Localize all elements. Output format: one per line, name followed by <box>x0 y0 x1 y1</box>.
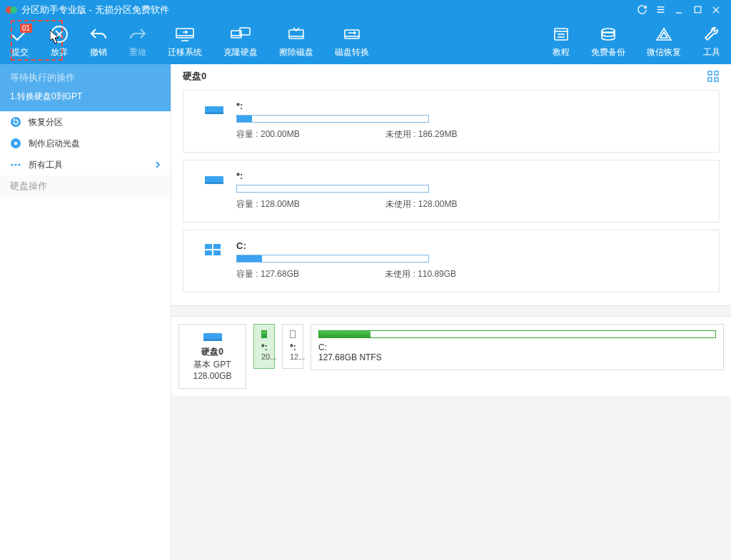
svg-rect-47 <box>203 339 222 341</box>
svg-rect-34 <box>708 71 712 75</box>
svg-rect-44 <box>205 250 212 255</box>
wipe-button[interactable]: 擦除磁盘 <box>268 19 324 64</box>
svg-point-28 <box>11 117 21 127</box>
wrench-icon <box>701 25 722 44</box>
usage-bar <box>236 185 429 193</box>
convert-icon <box>341 25 363 44</box>
svg-rect-6 <box>695 6 701 13</box>
svg-rect-37 <box>715 78 718 81</box>
backup-button[interactable]: 免费备份 <box>580 19 636 64</box>
layout-part-0[interactable]: *: 20... <box>253 324 275 369</box>
titlebar: 分区助手专业版 - 无损分区免费软件 <box>0 0 731 19</box>
dots-icon <box>10 159 21 170</box>
undo-icon <box>88 25 109 44</box>
svg-rect-43 <box>213 244 221 249</box>
backup-icon <box>598 25 619 44</box>
windows-icon <box>203 242 225 259</box>
menu-icon[interactable] <box>651 2 670 18</box>
layout-part-1[interactable]: *: 12... <box>282 324 303 369</box>
svg-point-32 <box>14 163 16 166</box>
close-icon[interactable] <box>707 2 725 18</box>
cancel-icon <box>49 25 70 44</box>
clone-button[interactable]: 克隆硬盘 <box>213 19 268 64</box>
sidebar-item-recover[interactable]: 恢复分区 <box>0 111 171 133</box>
svg-rect-36 <box>708 78 712 81</box>
svg-point-30 <box>14 142 17 145</box>
commit-badge: 01 <box>20 24 32 33</box>
disc-icon <box>10 138 21 149</box>
svg-rect-42 <box>205 244 212 249</box>
migrate-icon <box>174 25 196 44</box>
window-title: 分区助手专业版 - 无损分区免费软件 <box>21 4 632 16</box>
pending-item[interactable]: 1.转换硬盘0到GPT <box>10 91 161 103</box>
svg-rect-12 <box>176 29 193 38</box>
svg-rect-45 <box>213 250 221 255</box>
sidebar: 等待执行的操作 1.转换硬盘0到GPT 恢复分区 制作启动光盘 所有工具 硬盘操… <box>0 64 171 560</box>
main: 硬盘0 *: 容量 : 200.00MB 未使用 : 186.29MB *: <box>171 64 731 560</box>
svg-point-31 <box>11 163 13 166</box>
disk-panel: 硬盘0 *: 容量 : 200.00MB 未使用 : 186.29MB *: <box>171 64 731 306</box>
pending-title: 等待执行的操作 <box>10 71 161 84</box>
partition-card[interactable]: *: 容量 : 128.00MB 未使用 : 128.00MB <box>183 160 720 223</box>
migrate-button[interactable]: 迁移系统 <box>157 19 213 64</box>
triangle-icon <box>653 25 675 44</box>
clone-icon <box>230 25 251 44</box>
minimize-icon[interactable] <box>670 2 688 18</box>
chevron-right-icon <box>155 161 161 169</box>
usage-bar <box>236 115 429 123</box>
partition-name: *: <box>236 101 699 111</box>
convert-button[interactable]: 磁盘转换 <box>324 19 380 64</box>
pending-ops: 等待执行的操作 1.转换硬盘0到GPT <box>0 64 171 111</box>
svg-point-33 <box>18 163 20 166</box>
svg-rect-35 <box>715 71 718 75</box>
partition-name: *: <box>236 170 699 181</box>
sidebar-item-label: 恢复分区 <box>29 116 63 128</box>
commit-button[interactable]: 01 提交 <box>0 19 39 64</box>
layout-disk[interactable]: 硬盘0 基本 GPT 128.00GB <box>178 324 246 389</box>
tutorial-button[interactable]: 教程 <box>541 19 580 64</box>
sidebar-item-boot-disc[interactable]: 制作启动光盘 <box>0 133 171 154</box>
svg-point-1 <box>10 6 17 14</box>
redo-button[interactable]: 重做 <box>118 19 157 64</box>
sidebar-item-label: 制作启动光盘 <box>29 138 80 150</box>
discard-button[interactable]: 放弃 <box>39 19 79 64</box>
svg-rect-39 <box>205 112 223 114</box>
recover-icon <box>10 116 21 128</box>
sidebar-item-all-tools[interactable]: 所有工具 <box>0 154 171 175</box>
toolbar: 01 提交 放弃 撤销 重做 迁移系统 克隆硬盘 擦除磁盘 磁盘转换 教程 免费… <box>0 19 731 64</box>
partition-card[interactable]: *: 容量 : 200.00MB 未使用 : 186.29MB <box>183 90 720 153</box>
wechat-button[interactable]: 微信恢复 <box>636 19 692 64</box>
app-logo-icon <box>6 4 17 16</box>
maximize-icon[interactable] <box>688 2 707 18</box>
layout-panel: 硬盘0 基本 GPT 128.00GB *: 20... *: 12... C:… <box>171 316 731 396</box>
undo-button[interactable]: 撤销 <box>79 19 118 64</box>
sidebar-item-label: 所有工具 <box>29 159 63 171</box>
book-icon <box>550 25 572 44</box>
usage-bar <box>236 255 429 263</box>
svg-rect-41 <box>205 182 223 184</box>
content: 等待执行的操作 1.转换硬盘0到GPT 恢复分区 制作启动光盘 所有工具 硬盘操… <box>0 64 731 560</box>
grid-view-icon[interactable] <box>707 70 720 83</box>
svg-rect-20 <box>345 30 359 39</box>
disk-icon <box>203 102 225 119</box>
tools-button[interactable]: 工具 <box>692 19 731 64</box>
disk-title: 硬盘0 <box>183 70 206 83</box>
partition-card[interactable]: C: 容量 : 127.68GB 未使用 : 110.89GB <box>183 230 720 292</box>
partition-name: C: <box>236 240 699 251</box>
sidebar-section-disk-ops: 硬盘操作 <box>0 175 171 197</box>
wipe-icon <box>286 25 307 44</box>
disk-icon <box>203 172 225 189</box>
redo-icon <box>127 25 148 44</box>
layout-part-c[interactable]: C: 127.68GB NTFS <box>311 324 724 370</box>
refresh-icon[interactable] <box>632 2 651 18</box>
disk-icon <box>202 330 223 345</box>
